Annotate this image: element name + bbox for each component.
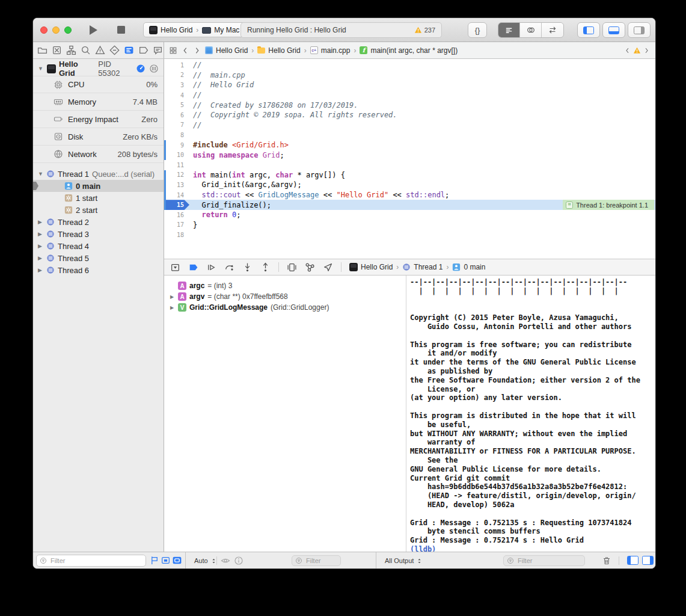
- quicklook-eye-icon[interactable]: [221, 556, 230, 565]
- variables-filter-field[interactable]: [292, 555, 341, 566]
- code-line[interactable]: 4//: [164, 90, 655, 100]
- jump-bar-item[interactable]: Hello Grid: [205, 46, 248, 55]
- thread-row[interactable]: ▶Thread 4: [33, 240, 164, 252]
- previous-issue-icon[interactable]: [623, 47, 631, 54]
- breakpoint-marker-icon[interactable]: 15: [164, 200, 189, 210]
- filter-input[interactable]: [305, 556, 337, 565]
- info-icon[interactable]: [234, 556, 243, 565]
- threads-view-icon[interactable]: [149, 64, 159, 73]
- code-line[interactable]: 11: [164, 160, 655, 170]
- line-number[interactable]: 13: [164, 182, 189, 188]
- issue-warning-icon[interactable]: [633, 47, 641, 54]
- toggle-navigator-button[interactable]: [577, 22, 600, 38]
- run-button[interactable]: [90, 25, 97, 35]
- line-number[interactable]: 10: [164, 152, 189, 158]
- scope-flag-icon[interactable]: [149, 555, 159, 565]
- code-snippets-button[interactable]: {}: [468, 22, 487, 38]
- line-number[interactable]: 1: [164, 62, 189, 69]
- continue-icon[interactable]: [206, 262, 216, 273]
- gauge-row-network[interactable]: Network208 bytes/s: [33, 146, 164, 163]
- thread-row[interactable]: ▶Thread 5: [33, 252, 164, 264]
- memory-graph-icon[interactable]: [305, 262, 315, 273]
- gauges-view-icon[interactable]: [136, 64, 145, 73]
- line-number[interactable]: 4: [164, 92, 189, 99]
- code-line[interactable]: 17}: [164, 220, 655, 230]
- code-line[interactable]: 5// Created by s1786208 on 17/03/2019.: [164, 100, 655, 110]
- simulate-location-icon[interactable]: [323, 262, 333, 273]
- disclosure-triangle-icon[interactable]: ▶: [38, 255, 44, 261]
- line-number[interactable]: 5: [164, 102, 189, 108]
- disclosure-triangle-icon[interactable]: ▶: [38, 219, 44, 225]
- step-over-icon[interactable]: [224, 262, 234, 273]
- step-out-icon[interactable]: [260, 262, 271, 273]
- jump-bar-item[interactable]: c+main.cpp: [310, 46, 351, 55]
- variable-row[interactable]: ▶VGrid::GridLogMessage (Grid::GridLogger…: [164, 302, 406, 313]
- code-line[interactable]: 10using namespace Grid;: [164, 150, 655, 160]
- close-button[interactable]: [40, 26, 47, 34]
- thread-row[interactable]: ▶Thread 2: [33, 216, 164, 228]
- process-row[interactable]: ▼ Hello Grid PID 55302: [33, 61, 164, 76]
- line-number[interactable]: 9: [164, 142, 189, 149]
- code-line[interactable]: 7//: [164, 120, 655, 131]
- code-line[interactable]: 3// Hello Grid: [164, 80, 655, 90]
- code-line[interactable]: 6// Copyright © 2019 sopa. All rights re…: [164, 110, 655, 120]
- code-line[interactable]: 16 return 0;: [164, 210, 655, 220]
- console-scope-popup[interactable]: All Output: [385, 552, 423, 568]
- toggle-variables-view-button[interactable]: [627, 556, 639, 565]
- stack-frame-row[interactable]: 2 start: [33, 204, 164, 216]
- code-line[interactable]: 15 Grid_finalize();=Thread 1: breakpoint…: [164, 200, 655, 210]
- filter-input[interactable]: [516, 556, 581, 565]
- navigator-filter-field[interactable]: [36, 555, 146, 567]
- back-icon[interactable]: [181, 46, 189, 55]
- disclosure-triangle-icon[interactable]: ▶: [38, 243, 44, 249]
- stop-button[interactable]: [117, 26, 125, 34]
- variable-row[interactable]: ▶Aargv = (char **) 0x7ffeefbff568: [164, 291, 406, 302]
- view-hierarchy-icon[interactable]: [287, 262, 297, 273]
- line-number[interactable]: 12: [164, 171, 189, 178]
- project-navigator-icon[interactable]: [37, 45, 47, 55]
- variables-scope-popup[interactable]: Auto: [194, 552, 217, 568]
- symbol-navigator-icon[interactable]: [66, 45, 76, 55]
- gauge-row-memory[interactable]: Memory7.4 MB: [33, 93, 164, 111]
- disclosure-triangle-icon[interactable]: ▶: [169, 305, 175, 310]
- console-output[interactable]: --|--|--|--|--|--|--|--|--|--|--|--|--|-…: [406, 276, 655, 552]
- filter-input[interactable]: [49, 556, 142, 565]
- code-line[interactable]: 18: [164, 230, 655, 240]
- source-editor[interactable]: 1//2// main.cpp3// Hello Grid4//5// Crea…: [164, 59, 655, 259]
- zoom-button[interactable]: [64, 26, 72, 34]
- disclosure-triangle-icon[interactable]: ▶: [169, 294, 175, 300]
- toggle-debug-area-button[interactable]: [602, 22, 625, 38]
- hide-debug-area-icon[interactable]: [170, 262, 180, 273]
- line-number[interactable]: 16: [164, 212, 189, 218]
- line-number[interactable]: 17: [164, 221, 189, 228]
- version-editor-button[interactable]: [542, 23, 563, 37]
- step-into-icon[interactable]: [242, 262, 253, 273]
- disclosure-triangle-icon[interactable]: ▶: [38, 267, 44, 273]
- issue-navigator-icon[interactable]: [95, 45, 105, 55]
- clear-console-trash-icon[interactable]: [602, 556, 611, 565]
- disclosure-triangle-icon[interactable]: ▼: [38, 66, 44, 72]
- scope-frames-icon[interactable]: [161, 555, 171, 565]
- line-number[interactable]: 18: [164, 232, 189, 238]
- gauge-row-disk[interactable]: DiskZero KB/s: [33, 128, 164, 146]
- scope-selected-icon[interactable]: [172, 555, 182, 565]
- source-control-navigator-icon[interactable]: [52, 45, 62, 55]
- code-line[interactable]: 1//: [164, 60, 655, 70]
- jump-bar-item[interactable]: Hello Grid: [257, 46, 300, 55]
- minimize-button[interactable]: [52, 26, 60, 34]
- related-items-icon[interactable]: [169, 46, 177, 55]
- activity-status[interactable]: Running Hello Grid : Hello Grid 237: [240, 22, 442, 38]
- line-number[interactable]: 6: [164, 112, 189, 119]
- toggle-inspector-button[interactable]: [628, 22, 651, 38]
- line-number[interactable]: 11: [164, 162, 189, 168]
- line-number[interactable]: 7: [164, 122, 189, 128]
- report-navigator-icon[interactable]: [153, 45, 163, 55]
- forward-icon[interactable]: [193, 46, 201, 55]
- test-navigator-icon[interactable]: [109, 45, 120, 55]
- thread-row[interactable]: ▶Thread 6: [33, 264, 164, 276]
- disclosure-triangle-icon[interactable]: ▶: [38, 231, 44, 237]
- line-number[interactable]: 8: [164, 132, 189, 138]
- code-line[interactable]: 8: [164, 130, 655, 140]
- standard-editor-button[interactable]: [498, 23, 520, 37]
- line-number[interactable]: 2: [164, 72, 189, 78]
